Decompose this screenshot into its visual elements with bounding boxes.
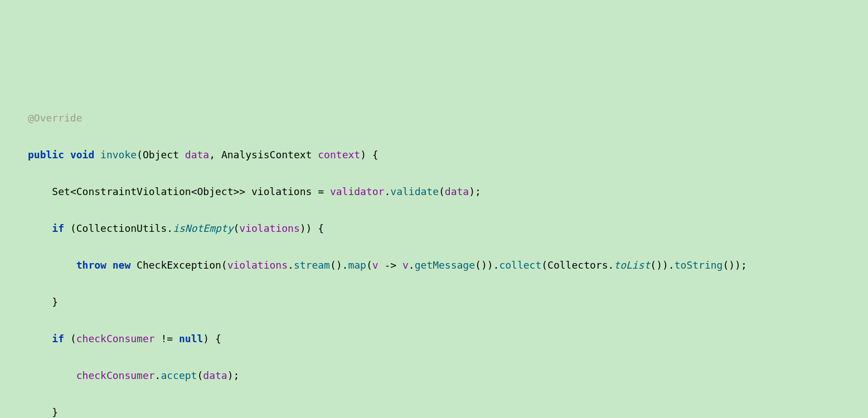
code-line: Set<ConstraintViolation<Object>> violati… (28, 182, 868, 201)
keyword-if: if (52, 222, 64, 234)
method-call: map (348, 259, 366, 271)
static-method: isNotEmpty (173, 222, 233, 234)
type: Set (52, 186, 70, 197)
code-line: } (28, 403, 868, 418)
field: validator (330, 186, 385, 197)
class-ref: Collectors (547, 259, 608, 271)
method-call: accept (161, 370, 197, 381)
field: checkConsumer (76, 370, 155, 381)
arg: data (445, 186, 469, 197)
type: ConstraintViolation (76, 186, 191, 197)
type: Object (197, 186, 233, 197)
keyword-void: void (70, 149, 94, 161)
class-ref: CollectionUtils (76, 222, 167, 234)
keyword-null: null (179, 333, 203, 344)
type: Object (143, 149, 179, 161)
param: context (318, 149, 360, 161)
method-name: invoke (100, 149, 137, 161)
type: AnalysisContext (221, 149, 312, 161)
code-line: @Override (28, 109, 868, 127)
keyword-public: public (28, 149, 64, 161)
method-call: validate (390, 186, 439, 197)
code-line: throw new CheckException(violations.stre… (28, 256, 868, 274)
lambda-param: v (372, 259, 379, 271)
var: violations (251, 186, 312, 197)
keyword-new: new (113, 259, 131, 271)
code-line: if (CollectionUtils.isNotEmpty(violation… (28, 219, 868, 237)
code-line: public void invoke(Object data, Analysis… (28, 145, 868, 164)
type: CheckException (137, 259, 221, 271)
var: violations (227, 259, 288, 271)
code-line: } (28, 293, 868, 311)
keyword-throw: throw (76, 259, 106, 271)
method-call: toString (675, 259, 723, 271)
method-call: collect (499, 259, 541, 271)
keyword-if: if (52, 333, 64, 344)
param: data (185, 149, 209, 161)
method-call: getMessage (415, 259, 475, 271)
lambda-var: v (403, 259, 409, 271)
method-call: stream (294, 259, 330, 271)
code-block: @Override public void invoke(Object data… (28, 90, 868, 418)
static-method: toList (614, 259, 650, 271)
code-line: checkConsumer.accept(data); (28, 366, 868, 385)
arg: violations (239, 222, 299, 234)
annotation: @Override (28, 112, 83, 124)
field: checkConsumer (76, 333, 155, 344)
code-line: if (checkConsumer != null) { (28, 329, 868, 348)
arg: data (203, 370, 227, 381)
